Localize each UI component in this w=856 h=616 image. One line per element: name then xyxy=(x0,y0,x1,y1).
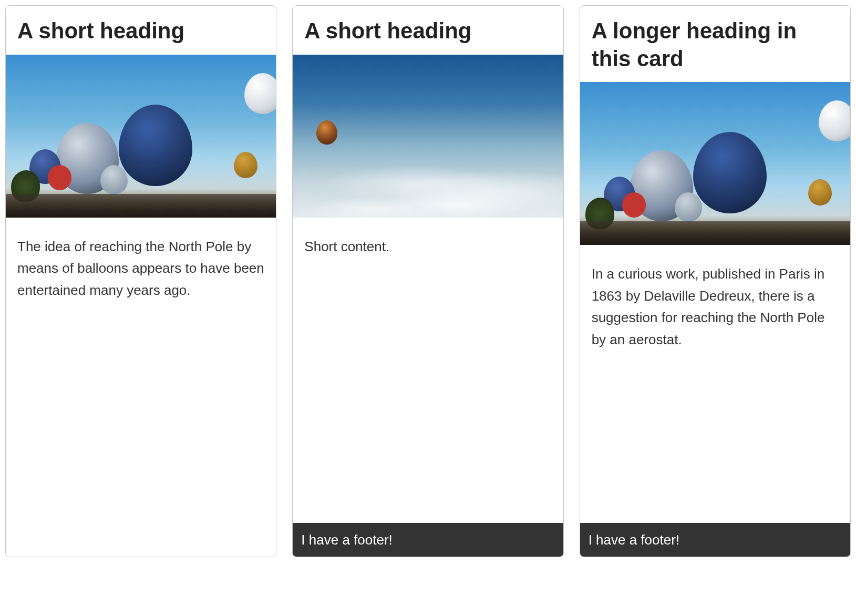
card-image xyxy=(6,55,276,218)
card-grid: A short heading The idea of reaching the… xyxy=(5,5,851,557)
card-heading: A short heading xyxy=(6,6,276,55)
card-footer: I have a footer! xyxy=(580,523,850,557)
card-image xyxy=(580,82,850,245)
card-heading: A longer heading in this card xyxy=(580,6,850,82)
card: A short heading The idea of reaching the… xyxy=(5,5,276,557)
card-content: The idea of reaching the North Pole by m… xyxy=(6,218,276,557)
card: A longer heading in this card In a curio… xyxy=(580,5,851,557)
card-heading: A short heading xyxy=(293,6,563,55)
card: A short heading Short content. I have a … xyxy=(292,5,563,557)
card-image xyxy=(293,55,563,218)
card-content: In a curious work, published in Paris in… xyxy=(580,245,850,523)
card-footer: I have a footer! xyxy=(293,523,563,557)
card-content: Short content. xyxy=(293,218,563,523)
